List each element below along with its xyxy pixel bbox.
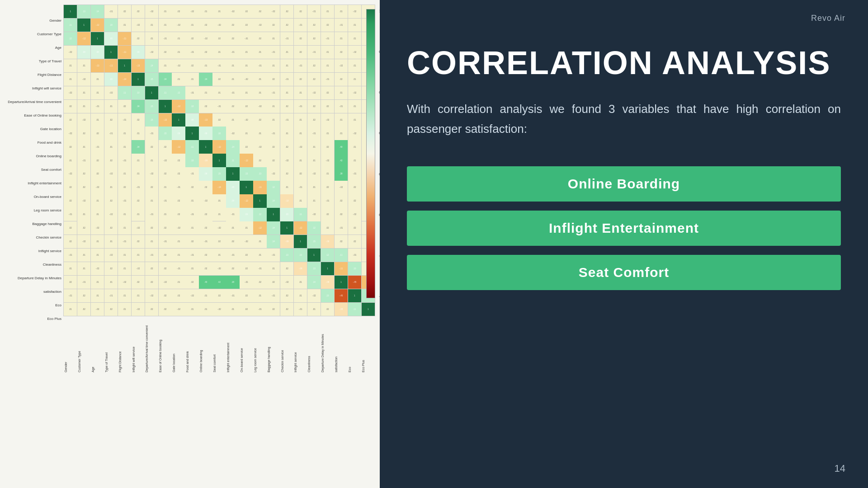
heatmap-cell[interactable]: -.01 xyxy=(348,167,361,180)
heatmap-cell[interactable]: -.02 xyxy=(172,59,185,72)
heatmap-cell[interactable]: .02 xyxy=(172,5,185,18)
heatmap-cell[interactable]: .01 xyxy=(145,19,158,32)
heatmap-cell[interactable]: .01 xyxy=(253,86,266,99)
heatmap-cell[interactable]: -.02 xyxy=(77,73,90,86)
heatmap-cell[interactable]: .01 xyxy=(185,19,198,32)
heatmap-cell[interactable]: .02 xyxy=(159,289,172,302)
heatmap-cell[interactable]: .01 xyxy=(267,32,280,45)
heatmap-cell[interactable]: -.11 xyxy=(335,262,348,275)
heatmap-cell[interactable]: .01 xyxy=(267,59,280,72)
heatmap-cell[interactable]: -.01 xyxy=(294,303,307,316)
heatmap-cell[interactable]: 1 xyxy=(64,5,77,18)
heatmap-cell[interactable]: .40 xyxy=(199,276,212,289)
heatmap-cell[interactable]: .02 xyxy=(307,19,321,32)
heatmap-cell[interactable]: .02 xyxy=(348,221,361,235)
heatmap-cell[interactable]: -.01 xyxy=(118,154,131,167)
heatmap-cell[interactable]: .01 xyxy=(145,235,158,248)
heatmap-cell[interactable]: -.01 xyxy=(91,100,104,113)
heatmap-cell[interactable]: -.01 xyxy=(118,235,131,248)
heatmap-cell[interactable]: -.14 xyxy=(118,73,131,86)
heatmap-cell[interactable]: .01 xyxy=(132,167,145,180)
heatmap-cell[interactable]: .01 xyxy=(185,221,198,235)
heatmap-cell[interactable]: .01 xyxy=(118,19,131,32)
heatmap-cell[interactable]: .02 xyxy=(91,127,104,140)
heatmap-cell[interactable]: .02 xyxy=(132,194,145,207)
heatmap-cell[interactable]: .02 xyxy=(159,262,172,275)
heatmap-cell[interactable]: .02 xyxy=(132,235,145,248)
heatmap-cell[interactable]: .14 xyxy=(307,276,321,289)
heatmap-cell[interactable]: -.01 xyxy=(267,249,280,262)
heatmap-cell[interactable]: -.01 xyxy=(159,194,172,207)
heatmap-cell[interactable]: .13 xyxy=(294,249,307,262)
heatmap-cell[interactable]: .01 xyxy=(118,127,131,140)
heatmap-cell[interactable]: .01 xyxy=(132,289,145,302)
heatmap-cell[interactable]: .02 xyxy=(104,303,118,316)
heatmap-cell[interactable]: -.02 xyxy=(77,194,90,207)
heatmap-cell[interactable]: -.02 xyxy=(145,46,158,59)
heatmap-cell[interactable]: -.02 xyxy=(321,154,334,167)
heatmap-cell[interactable]: .02 xyxy=(159,303,172,316)
heatmap-cell[interactable]: .09 xyxy=(199,167,212,180)
heatmap-cell[interactable]: .01 xyxy=(145,154,158,167)
heatmap-cell[interactable]: .02 xyxy=(226,100,239,113)
heatmap-cell[interactable]: -.02 xyxy=(348,86,361,99)
heatmap-cell[interactable]: .01 xyxy=(321,167,334,180)
heatmap-cell[interactable]: .02 xyxy=(321,140,334,153)
heatmap-cell[interactable]: .02 xyxy=(267,303,280,316)
heatmap-cell[interactable]: -.01 xyxy=(104,127,118,140)
heatmap-cell[interactable]: 1 xyxy=(199,140,212,153)
heatmap-cell[interactable]: -.01 xyxy=(145,249,158,262)
heatmap-cell[interactable]: .02 xyxy=(280,140,293,153)
heatmap-cell[interactable]: .15 xyxy=(321,289,334,302)
heatmap-cell[interactable]: .02 xyxy=(307,32,321,45)
heatmap-cell[interactable]: .02 xyxy=(280,262,293,275)
heatmap-cell[interactable]: .13 xyxy=(307,262,321,275)
heatmap-cell[interactable]: 1 xyxy=(118,59,131,72)
heatmap-cell[interactable]: -.01 xyxy=(185,86,198,99)
heatmap-cell[interactable]: .14 xyxy=(267,235,280,248)
heatmap-cell[interactable]: -.01 xyxy=(267,289,280,302)
heatmap-cell[interactable]: .01 xyxy=(132,249,145,262)
heatmap-cell[interactable]: .01 xyxy=(212,46,226,59)
heatmap-cell[interactable]: -.01 xyxy=(240,32,253,45)
heatmap-cell[interactable]: .02 xyxy=(64,113,77,127)
heatmap-cell[interactable]: -.01 xyxy=(118,113,131,127)
heatmap-cell[interactable]: .01 xyxy=(118,140,131,153)
heatmap-cell[interactable]: .02 xyxy=(118,100,131,113)
heatmap-cell[interactable]: .08 xyxy=(226,194,239,207)
heatmap-cell[interactable]: .02 xyxy=(172,208,185,221)
heatmap-cell[interactable]: -.02 xyxy=(348,46,361,59)
heatmap-cell[interactable]: .09 xyxy=(185,113,198,127)
heatmap-cell[interactable]: .13 xyxy=(240,167,253,180)
heatmap-cell[interactable]: -.02 xyxy=(91,262,104,275)
heatmap-cell[interactable]: -.02 xyxy=(104,249,118,262)
heatmap-cell[interactable]: .09 xyxy=(240,208,253,221)
heatmap-cell[interactable]: .01 xyxy=(145,32,158,45)
heatmap-cell[interactable]: -.01 xyxy=(185,46,198,59)
heatmap-cell[interactable]: .01 xyxy=(240,127,253,140)
heatmap-cell[interactable]: -.01 xyxy=(185,167,198,180)
heatmap-cell[interactable]: .02 xyxy=(253,113,266,127)
heatmap-cell[interactable]: .01 xyxy=(199,86,212,99)
heatmap-cell[interactable]: .02 xyxy=(294,46,307,59)
heatmap-cell[interactable]: .08 xyxy=(104,32,118,45)
heatmap-cell[interactable]: -.01 xyxy=(267,86,280,99)
heatmap-cell[interactable]: .02 xyxy=(77,289,90,302)
heatmap-cell[interactable]: .01 xyxy=(267,100,280,113)
heatmap-cell[interactable]: .02 xyxy=(307,100,321,113)
heatmap-cell[interactable]: .02 xyxy=(64,181,77,194)
heatmap-cell[interactable]: -.01 xyxy=(145,127,158,140)
heatmap-cell[interactable]: .01 xyxy=(185,73,198,86)
heatmap-cell[interactable]: .02 xyxy=(280,19,293,32)
heatmap-cell[interactable]: .02 xyxy=(199,46,212,59)
heatmap-cell[interactable]: .01 xyxy=(132,208,145,221)
heatmap-cell[interactable]: .01 xyxy=(348,113,361,127)
heatmap-cell[interactable]: -.01 xyxy=(172,181,185,194)
heatmap-cell[interactable]: -.02 xyxy=(226,5,239,18)
heatmap-cell[interactable]: -.01 xyxy=(132,181,145,194)
heatmap-cell[interactable]: -.13 xyxy=(159,113,172,127)
heatmap-cell[interactable]: .02 xyxy=(77,181,90,194)
heatmap-cell[interactable]: -.13 xyxy=(132,59,145,72)
heatmap-cell[interactable]: .02 xyxy=(145,140,158,153)
heatmap-cell[interactable]: .02 xyxy=(253,32,266,45)
